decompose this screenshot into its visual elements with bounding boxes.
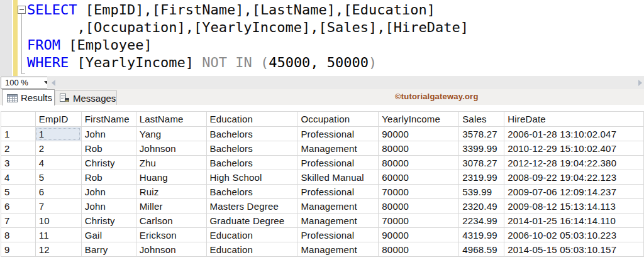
grid-cell[interactable]: 2234.99 bbox=[459, 214, 504, 228]
grid-cell[interactable]: 2014-05-15 05:03:10.157 bbox=[504, 242, 644, 257]
grid-cell[interactable]: Christy bbox=[81, 214, 136, 228]
row-header[interactable]: 4 bbox=[1, 170, 36, 185]
grid-cell[interactable]: 6 bbox=[35, 185, 81, 199]
grid-cell[interactable]: 12 bbox=[35, 242, 81, 257]
grid-cell[interactable]: 80000 bbox=[379, 199, 459, 214]
editor-zoom-select[interactable]: 100 % bbox=[1, 77, 53, 89]
grid-cell[interactable]: 4968.59 bbox=[459, 242, 504, 257]
grid-cell[interactable]: Ruiz bbox=[136, 185, 206, 199]
grid-cell[interactable]: Management bbox=[297, 199, 379, 214]
code-fold-collapse-icon[interactable] bbox=[18, 6, 26, 14]
grid-cell[interactable]: Management bbox=[297, 214, 379, 228]
grid-cell[interactable]: Johnson bbox=[136, 141, 206, 156]
grid-cell[interactable]: 2006-01-28 13:10:02.047 bbox=[504, 127, 644, 141]
grid-cell[interactable]: Rob bbox=[81, 141, 136, 156]
row-header[interactable]: 5 bbox=[1, 185, 36, 199]
grid-cell[interactable]: Miller bbox=[136, 199, 206, 214]
grid-cell[interactable]: Graduate Degree bbox=[206, 214, 297, 228]
grid-cell[interactable]: Carlson bbox=[136, 214, 206, 228]
grid-cell[interactable]: Zhu bbox=[136, 156, 206, 170]
sql-line[interactable]: WHERE [YearlyIncome] NOT IN (45000, 5000… bbox=[27, 54, 469, 72]
grid-cell[interactable]: 2319.99 bbox=[459, 170, 504, 185]
grid-cell[interactable]: Skilled Manual bbox=[297, 170, 379, 185]
grid-cell[interactable]: Barry bbox=[81, 242, 136, 257]
grid-cell[interactable]: 2010-12-29 15:10:02.407 bbox=[504, 141, 644, 156]
grid-cell[interactable]: John bbox=[81, 185, 136, 199]
grid-cell[interactable]: 7 bbox=[35, 199, 81, 214]
grid-cell[interactable]: 2009-08-12 15:13:14.113 bbox=[504, 199, 644, 214]
column-header-education[interactable]: Education bbox=[206, 112, 297, 127]
row-header[interactable]: 2 bbox=[1, 141, 36, 156]
column-header-empid[interactable]: EmpID bbox=[35, 112, 81, 127]
grid-cell[interactable]: 90000 bbox=[379, 228, 459, 242]
grid-cell[interactable]: Erickson bbox=[136, 228, 206, 242]
grid-cell[interactable]: 2006-10-02 05:03:10.223 bbox=[504, 228, 644, 242]
grid-cell[interactable]: Education bbox=[206, 228, 297, 242]
sql-line[interactable]: SELECT [EmpID],[FirstName],[LastName],[E… bbox=[27, 1, 469, 19]
grid-cell[interactable]: John bbox=[81, 127, 136, 141]
sql-line[interactable]: ,[Occupation],[YearlyIncome],[Sales],[Hi… bbox=[27, 19, 469, 36]
grid-cell[interactable]: 70000 bbox=[379, 185, 459, 199]
grid-cell[interactable]: 70000 bbox=[379, 214, 459, 228]
grid-cell[interactable]: John bbox=[81, 199, 136, 214]
grid-cell[interactable]: Education bbox=[206, 242, 297, 257]
grid-cell[interactable]: Johnson bbox=[136, 242, 206, 257]
grid-cell[interactable]: 3078.27 bbox=[459, 156, 504, 170]
grid-cell[interactable]: Yang bbox=[136, 127, 206, 141]
column-header-lastname[interactable]: LastName bbox=[136, 112, 206, 127]
sql-editor[interactable]: SELECT [EmpID],[FirstName],[LastName],[E… bbox=[0, 0, 644, 76]
grid-cell[interactable]: 90000 bbox=[379, 127, 459, 141]
row-header[interactable]: 6 bbox=[1, 199, 36, 214]
tab-results[interactable]: Results bbox=[2, 89, 55, 105]
row-header[interactable]: 9 bbox=[1, 242, 36, 257]
grid-cell[interactable]: 80000 bbox=[379, 156, 459, 170]
grid-cell[interactable]: Masters Degree bbox=[206, 199, 297, 214]
row-header[interactable]: 7 bbox=[1, 214, 36, 228]
grid-cell[interactable]: 539.99 bbox=[459, 185, 504, 199]
scroll-right-icon[interactable] bbox=[638, 80, 642, 86]
tab-messages[interactable]: Messages bbox=[55, 90, 117, 105]
grid-cell[interactable]: 1 bbox=[35, 127, 81, 141]
grid-cell[interactable]: Professional bbox=[297, 185, 379, 199]
grid-cell[interactable]: Huang bbox=[136, 170, 206, 185]
column-header-sales[interactable]: Sales bbox=[459, 112, 504, 127]
grid-cell[interactable]: Bachelors bbox=[206, 156, 297, 170]
column-header-occupation[interactable]: Occupation bbox=[297, 112, 379, 127]
grid-cell[interactable]: Rob bbox=[81, 170, 136, 185]
grid-cell[interactable]: 60000 bbox=[379, 170, 459, 185]
column-header-yearlyincome[interactable]: YearlyIncome bbox=[379, 112, 459, 127]
grid-cell[interactable]: 2320.49 bbox=[459, 199, 504, 214]
grid-cell[interactable]: Professional bbox=[297, 156, 379, 170]
column-header-hiredate[interactable]: HireDate bbox=[504, 112, 644, 127]
editor-hscrollbar[interactable] bbox=[47, 76, 644, 89]
grid-cell[interactable]: Bachelors bbox=[206, 141, 297, 156]
grid-cell[interactable]: 4 bbox=[35, 156, 81, 170]
grid-corner-cell[interactable] bbox=[1, 112, 36, 127]
grid-cell[interactable]: Gail bbox=[81, 228, 136, 242]
grid-cell[interactable]: 10 bbox=[35, 214, 81, 228]
grid-cell[interactable]: 4319.99 bbox=[459, 228, 504, 242]
grid-cell[interactable]: 2009-07-06 12:09:14.237 bbox=[504, 185, 644, 199]
grid-cell[interactable]: Professional bbox=[297, 228, 379, 242]
grid-cell[interactable]: High School bbox=[206, 170, 297, 185]
grid-cell[interactable]: 3578.27 bbox=[459, 127, 504, 141]
sql-line[interactable]: FROM [Employee] bbox=[27, 36, 469, 54]
grid-cell[interactable]: 3399.99 bbox=[459, 141, 504, 156]
grid-cell[interactable]: 80000 bbox=[379, 242, 459, 257]
grid-cell[interactable]: Professional bbox=[297, 127, 379, 141]
grid-cell[interactable]: Bachelors bbox=[206, 127, 297, 141]
grid-cell[interactable]: 2 bbox=[35, 141, 81, 156]
grid-cell[interactable]: 5 bbox=[35, 170, 81, 185]
grid-cell[interactable]: 80000 bbox=[379, 141, 459, 156]
row-header[interactable]: 8 bbox=[1, 228, 36, 242]
grid-cell[interactable]: Management bbox=[297, 242, 379, 257]
grid-cell[interactable]: 2008-09-22 19:04:22.123 bbox=[504, 170, 644, 185]
grid-cell[interactable]: Management bbox=[297, 141, 379, 156]
row-header[interactable]: 1 bbox=[1, 127, 36, 141]
column-header-firstname[interactable]: FirstName bbox=[81, 112, 136, 127]
sql-code[interactable]: SELECT [EmpID],[FirstName],[LastName],[E… bbox=[27, 1, 469, 72]
scroll-left-icon[interactable] bbox=[52, 80, 55, 86]
grid-cell[interactable]: 2012-12-28 19:04:22.380 bbox=[504, 156, 644, 170]
row-header[interactable]: 3 bbox=[1, 156, 36, 170]
grid-cell[interactable]: 2014-01-25 16:14:14.110 bbox=[504, 214, 644, 228]
